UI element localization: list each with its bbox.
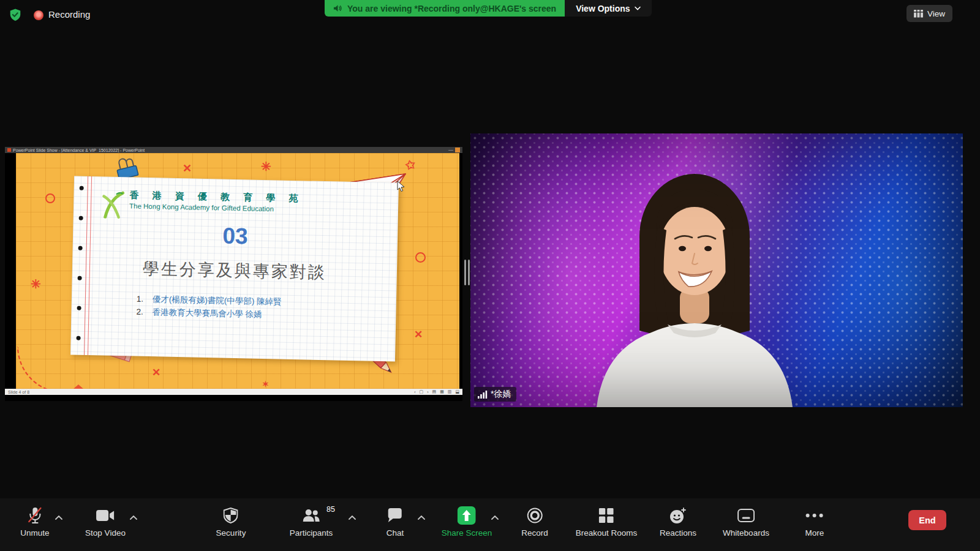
- security-shield-icon: [224, 508, 238, 523]
- whiteboards-label: Whiteboards: [723, 528, 769, 538]
- participants-label: Participants: [290, 528, 333, 538]
- share-screen-label: Share Screen: [442, 528, 492, 538]
- reactions-button[interactable]: Reactions: [660, 507, 696, 538]
- recording-dot-icon: [34, 10, 43, 20]
- meeting-toolbar: Unmute Stop Video: [0, 498, 980, 551]
- chevron-up-icon[interactable]: [418, 515, 425, 520]
- asterisk-icon: ✳: [31, 277, 41, 291]
- powerpoint-icon: [7, 148, 11, 152]
- screen-share-banner: You are viewing *Recording only@HKAGE's …: [325, 0, 652, 17]
- video-tile: *徐嬌: [470, 133, 963, 407]
- participants-count: 85: [326, 505, 335, 514]
- speaker-list: 1. 優才(楊殷有娣)書院(中學部) 陳綽賢 2. 香港教育大學賽馬會小學 徐嬌: [136, 293, 282, 321]
- stop-video-label: Stop Video: [85, 528, 126, 538]
- list-item: 2. 香港教育大學賽馬會小學 徐嬌: [136, 305, 281, 321]
- minimize-button[interactable]: —: [448, 148, 453, 152]
- chevron-up-icon[interactable]: [130, 515, 137, 520]
- breakout-rooms-button[interactable]: Breakout Rooms: [576, 507, 638, 538]
- x-mark-icon: ✕: [183, 162, 192, 175]
- more-button[interactable]: More: [805, 507, 824, 538]
- view-button-label: View: [927, 9, 945, 18]
- chat-label: Chat: [386, 528, 404, 538]
- ellipsis-icon: [805, 513, 824, 518]
- powerpoint-window: PowerPoint Slide Show - [Attendance & VI…: [5, 147, 462, 401]
- recording-label: Recording: [48, 9, 90, 20]
- unmute-button[interactable]: Unmute: [20, 507, 49, 538]
- name-tag: *徐嬌: [474, 387, 516, 402]
- circle-icon: [45, 193, 55, 203]
- signal-bars-icon: [478, 391, 488, 399]
- list-item-number: 2.: [136, 305, 152, 319]
- slide-counter: Slide 4 of 8: [8, 390, 29, 394]
- participants-icon: [302, 508, 320, 523]
- powerpoint-body: ✕ ✳ ✩ ✳ ✕ ✕ ✶: [5, 153, 462, 395]
- nav-prev-button[interactable]: ‹: [414, 390, 415, 394]
- chevron-up-icon[interactable]: [55, 515, 62, 520]
- share-screen-button[interactable]: Share Screen: [442, 507, 492, 538]
- close-button[interactable]: [455, 148, 460, 152]
- whiteboard-icon: [737, 509, 755, 522]
- speaker-icon: [333, 4, 342, 13]
- x-mark-icon: ✕: [152, 366, 160, 379]
- record-icon: [527, 508, 543, 523]
- hkage-logo: 香 港 資 優 教 育 學 苑 The Hong Kong Academy fo…: [100, 189, 304, 222]
- breakout-grid-icon: [599, 508, 614, 523]
- chat-bubble-icon: [387, 508, 403, 523]
- person-figure: [470, 133, 963, 407]
- record-button[interactable]: Record: [521, 507, 548, 538]
- breakout-rooms-label: Breakout Rooms: [576, 528, 638, 538]
- view-options-button[interactable]: View Options: [565, 0, 651, 17]
- name-tag-label: *徐嬌: [491, 389, 511, 400]
- unmute-label: Unmute: [20, 528, 49, 538]
- x-mark-icon: ✕: [414, 328, 423, 341]
- view-mode-icon[interactable]: ⬓: [455, 389, 459, 394]
- whiteboards-button[interactable]: Whiteboards: [723, 507, 769, 538]
- reactions-smiley-icon: [669, 508, 687, 524]
- chevron-up-icon[interactable]: [491, 515, 499, 520]
- security-label: Security: [216, 528, 246, 538]
- more-label: More: [805, 528, 824, 538]
- window-title: PowerPoint Slide Show - [Attendance & VI…: [13, 148, 447, 152]
- camera-icon: [96, 509, 115, 522]
- paper-sheet: 香 港 資 優 教 育 學 苑 The Hong Kong Academy fo…: [70, 176, 399, 361]
- asterisk-icon: ✳: [261, 159, 271, 174]
- share-screen-icon: [458, 506, 476, 525]
- hole-dot: [77, 336, 81, 340]
- slide-canvas: ✕ ✳ ✩ ✳ ✕ ✕ ✶: [16, 153, 459, 395]
- list-item-number: 1.: [137, 293, 153, 306]
- view-button[interactable]: View: [907, 5, 952, 22]
- slide-title: 學生分享及與專家對談: [72, 256, 398, 285]
- chevron-up-icon[interactable]: [349, 515, 356, 520]
- view-mode-icon[interactable]: ▥: [448, 389, 452, 394]
- slide-section-number: 03: [73, 220, 398, 252]
- grid-view-icon: [914, 10, 923, 18]
- mic-muted-icon: [28, 507, 42, 524]
- stop-video-button[interactable]: Stop Video: [85, 507, 126, 538]
- participants-button[interactable]: 85 Participants: [290, 507, 333, 538]
- view-mode-icon[interactable]: ▤: [432, 389, 437, 394]
- view-options-label: View Options: [576, 4, 630, 13]
- hole-dot: [80, 186, 84, 190]
- powerpoint-titlebar: PowerPoint Slide Show - [Attendance & VI…: [5, 147, 462, 153]
- spark-icon: ✶: [262, 380, 269, 389]
- mouse-cursor: [397, 181, 405, 192]
- nav-next-button[interactable]: ›: [427, 390, 428, 394]
- hole-dot: [77, 306, 81, 310]
- zoom-meeting-window: Recording You are viewing *Recording onl…: [0, 0, 980, 551]
- banner-text: You are viewing *Recording only@HKAGE's …: [347, 4, 556, 13]
- banner-message: You are viewing *Recording only@HKAGE's …: [325, 0, 565, 17]
- reactions-label: Reactions: [660, 528, 696, 538]
- hkage-logo-icon: [100, 189, 126, 219]
- powerpoint-status-bar: Slide 4 of 8 ‹ ▢ › ▤ ▦ ▥ ⬓: [5, 389, 462, 395]
- view-mode-icon[interactable]: ▦: [440, 389, 444, 394]
- end-button[interactable]: End: [908, 510, 946, 530]
- chat-button[interactable]: Chat: [386, 507, 404, 538]
- security-button[interactable]: Security: [216, 507, 246, 538]
- chevron-down-icon: [635, 6, 641, 10]
- list-item-text: 香港教育大學賽馬會小學 徐嬌: [152, 305, 262, 321]
- nav-slide-button[interactable]: ▢: [420, 389, 424, 394]
- hole-dot: [78, 246, 83, 250]
- circle-icon: [415, 252, 426, 263]
- shield-check-icon: [9, 8, 22, 21]
- record-label: Record: [521, 528, 548, 538]
